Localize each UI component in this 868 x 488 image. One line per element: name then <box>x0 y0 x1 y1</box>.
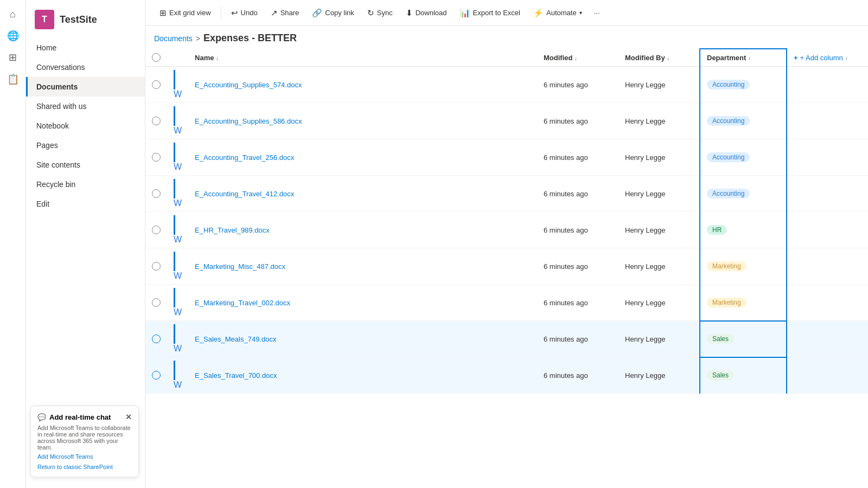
row-checkbox-cell <box>145 285 167 321</box>
table-row: W E_Accounting_Supplies_586.docx 6 minut… <box>145 103 868 139</box>
add-teams-link[interactable]: Add Microsoft Teams <box>37 453 93 460</box>
row-department-cell[interactable]: Accounting <box>700 67 787 103</box>
share-button[interactable]: ↗ Share <box>265 5 305 21</box>
row-filetype-cell: W <box>167 357 188 394</box>
row-checkbox[interactable] <box>152 298 161 307</box>
department-tag[interactable]: Sales <box>707 370 734 380</box>
sidebar-item-recycle-bin[interactable]: Recycle bin <box>26 175 145 194</box>
sidebar-item-notebook[interactable]: Notebook <box>26 116 145 136</box>
globe-rail-icon[interactable]: 🌐 <box>3 26 23 46</box>
exit-grid-button[interactable]: ⊞ Exit grid view <box>154 5 216 21</box>
row-modifiedby-cell: Henry Legge <box>618 248 700 285</box>
row-department-cell[interactable]: Accounting <box>700 103 787 139</box>
department-tag[interactable]: HR <box>707 225 727 235</box>
automate-button[interactable]: ⚡ Automate ▾ <box>528 5 588 21</box>
row-department-cell[interactable]: HR <box>700 212 787 248</box>
chat-close-button[interactable]: ✕ <box>125 413 132 421</box>
department-tag[interactable]: Accounting <box>707 152 750 162</box>
grid-icon: ⊞ <box>159 8 167 18</box>
more-button[interactable]: ··· <box>590 5 604 20</box>
sidebar-item-conversations[interactable]: Conversations <box>26 57 145 77</box>
row-addcol-cell <box>787 321 868 357</box>
department-tag[interactable]: Sales <box>707 334 734 344</box>
department-tag[interactable]: Accounting <box>707 116 750 126</box>
department-tag[interactable]: Accounting <box>707 189 750 198</box>
apps-rail-icon[interactable]: ⊞ <box>3 48 23 67</box>
row-checkbox[interactable] <box>152 117 161 125</box>
sidebar-item-site-contents[interactable]: Site contents <box>26 155 145 175</box>
row-checkbox[interactable] <box>152 371 161 380</box>
row-filetype-cell: W <box>167 67 188 103</box>
file-name-link[interactable]: E_Accounting_Supplies_586.docx <box>195 117 302 125</box>
toolbar-separator-1 <box>221 7 221 20</box>
row-department-cell[interactable]: Accounting <box>700 139 787 176</box>
sidebar-item-home[interactable]: Home <box>26 38 145 57</box>
chat-header: 💬 Add real-time chat ✕ <box>37 413 132 421</box>
col-header-name[interactable]: Name ↓ <box>188 49 537 67</box>
word-file-icon: W <box>174 235 182 244</box>
undo-button[interactable]: ↩ Undo <box>226 5 263 21</box>
department-tag[interactable]: Marketing <box>707 261 746 271</box>
file-name-link[interactable]: E_Sales_Meals_749.docx <box>195 335 276 343</box>
col-header-addcol[interactable]: + + Add column ↓ <box>787 49 868 67</box>
word-file-icon: W <box>174 344 182 353</box>
notes-rail-icon[interactable]: 📋 <box>3 69 23 89</box>
sync-button[interactable]: ↻ Sync <box>362 5 398 21</box>
return-classic-link[interactable]: Return to classic SharePoint <box>37 464 132 470</box>
row-department-cell[interactable]: Sales <box>700 357 787 394</box>
file-name-link[interactable]: E_Sales_Travel_700.docx <box>195 371 277 380</box>
word-file-icon: W <box>174 198 182 208</box>
row-name-cell: E_Marketing_Travel_002.docx <box>188 285 537 321</box>
export-excel-button[interactable]: 📊 Export to Excel <box>455 5 526 21</box>
col-header-modifiedby[interactable]: Modified By ↓ <box>618 49 700 67</box>
sidebar-item-pages[interactable]: Pages <box>26 136 145 155</box>
file-name-link[interactable]: E_Marketing_Travel_002.docx <box>195 299 290 307</box>
row-checkbox-cell <box>145 357 167 394</box>
department-tag[interactable]: Accounting <box>707 80 750 89</box>
row-addcol-cell <box>787 285 868 321</box>
row-checkbox[interactable] <box>152 262 161 271</box>
row-filetype-cell: W <box>167 139 188 176</box>
select-all-checkbox[interactable] <box>152 53 161 62</box>
copy-link-button[interactable]: 🔗 Copy link <box>307 5 359 21</box>
sidebar-item-shared[interactable]: Shared with us <box>26 97 145 116</box>
automate-icon: ⚡ <box>533 8 544 18</box>
file-name-link[interactable]: E_Accounting_Travel_256.docx <box>195 153 294 162</box>
row-modifiedby-cell: Henry Legge <box>618 103 700 139</box>
sidebar-item-documents[interactable]: Documents <box>26 77 145 97</box>
row-checkbox[interactable] <box>152 226 161 234</box>
row-department-cell[interactable]: Marketing <box>700 248 787 285</box>
download-button[interactable]: ⬇ Download <box>400 5 452 21</box>
row-checkbox[interactable] <box>152 335 161 343</box>
file-name-link[interactable]: E_Accounting_Supplies_574.docx <box>195 81 302 89</box>
row-addcol-cell <box>787 248 868 285</box>
row-name-cell: E_Sales_Travel_700.docx <box>188 357 537 394</box>
row-department-cell[interactable]: Marketing <box>700 285 787 321</box>
file-name-link[interactable]: E_Accounting_Travel_412.docx <box>195 190 294 198</box>
row-checkbox[interactable] <box>152 189 161 198</box>
file-name-link[interactable]: E_Marketing_Misc_487.docx <box>195 262 285 271</box>
row-modifiedby-cell: Henry Legge <box>618 357 700 394</box>
word-file-icon: W <box>174 89 182 99</box>
col-header-department[interactable]: Department ↓ <box>700 49 787 67</box>
row-addcol-cell <box>787 139 868 176</box>
file-name-link[interactable]: E_HR_Travel_989.docx <box>195 226 270 234</box>
row-department-cell[interactable]: Accounting <box>700 176 787 212</box>
row-department-cell[interactable]: Sales <box>700 321 787 357</box>
row-checkbox-cell <box>145 248 167 285</box>
download-icon: ⬇ <box>406 8 413 18</box>
main-content: ⊞ Exit grid view ↩ Undo ↗ Share 🔗 Copy l… <box>145 0 868 488</box>
col-header-modified[interactable]: Modified ↓ <box>537 49 618 67</box>
share-icon: ↗ <box>271 8 278 18</box>
row-checkbox[interactable] <box>152 153 161 162</box>
row-checkbox[interactable] <box>152 80 161 89</box>
department-tag[interactable]: Marketing <box>707 298 746 307</box>
word-file-icon: W <box>174 126 182 135</box>
breadcrumb-parent[interactable]: Documents <box>154 34 193 43</box>
left-rail: ⌂ 🌐 ⊞ 📋 <box>0 0 26 488</box>
table-row: W E_Sales_Travel_700.docx 6 minutes ago … <box>145 357 868 394</box>
col-header-checkbox <box>145 49 167 67</box>
home-rail-icon[interactable]: ⌂ <box>3 4 23 24</box>
row-filetype-cell: W <box>167 285 188 321</box>
sidebar-item-edit[interactable]: Edit <box>26 194 145 214</box>
